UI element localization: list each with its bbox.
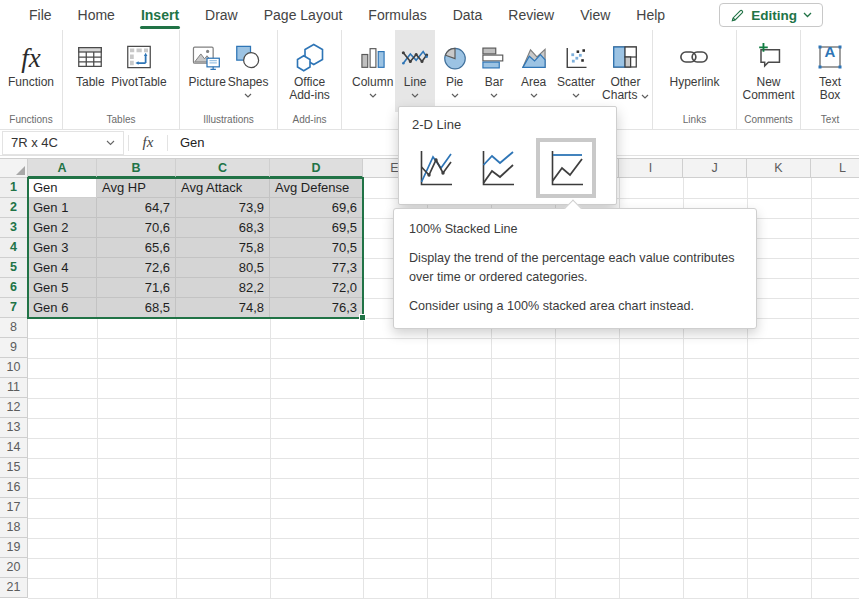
pivottable-icon	[124, 36, 154, 72]
cell-B7[interactable]: 68,5	[97, 298, 176, 318]
table-button[interactable]: Table	[75, 30, 105, 112]
cell-B1[interactable]: Avg HP	[97, 178, 176, 198]
cell-C6[interactable]: 82,2	[176, 278, 270, 298]
picture-button[interactable]: Picture	[188, 30, 225, 112]
shapes-button[interactable]: Shapes	[228, 30, 269, 112]
row-header-20[interactable]: 20	[0, 558, 28, 578]
cell-A4[interactable]: Gen 3	[28, 238, 97, 258]
select-all-corner[interactable]	[0, 158, 28, 178]
cell-D2[interactable]: 69,6	[270, 198, 363, 218]
bar-chart-button[interactable]: Bar	[474, 30, 513, 112]
fill-handle[interactable]	[359, 314, 366, 321]
tab-formulas[interactable]: Formulas	[355, 1, 439, 30]
row-header-10[interactable]: 10	[0, 358, 28, 378]
pie-chart-button[interactable]: Pie	[435, 30, 474, 112]
cell-B2[interactable]: 64,7	[97, 198, 176, 218]
row-header-17[interactable]: 17	[0, 498, 28, 518]
office-add-ins-button[interactable]: Office Add-ins	[284, 30, 336, 112]
cell-A5[interactable]: Gen 4	[28, 258, 97, 278]
row-header-3[interactable]: 3	[0, 218, 28, 238]
chart-option-100-stacked-line[interactable]	[536, 138, 596, 198]
tab-review[interactable]: Review	[495, 1, 567, 30]
row-header-5[interactable]: 5	[0, 258, 28, 278]
cell-D3[interactable]: 69,5	[270, 218, 363, 238]
cell-A3[interactable]: Gen 2	[28, 218, 97, 238]
cell-B4[interactable]: 65,6	[97, 238, 176, 258]
cell-C4[interactable]: 75,8	[176, 238, 270, 258]
cell-C2[interactable]: 73,9	[176, 198, 270, 218]
scatter-chart-icon	[562, 36, 590, 72]
row-header-1[interactable]: 1	[0, 178, 28, 198]
cell-D5[interactable]: 77,3	[270, 258, 363, 278]
row-header-18[interactable]: 18	[0, 518, 28, 538]
row-header-8[interactable]: 8	[0, 318, 28, 338]
cell-B3[interactable]: 70,6	[97, 218, 176, 238]
row-header-21[interactable]: 21	[0, 578, 28, 598]
pivottable-button[interactable]: PivotTable	[111, 30, 166, 112]
row-header-6[interactable]: 6	[0, 278, 28, 298]
col-header-D[interactable]: D	[270, 158, 363, 178]
column-chart-button[interactable]: Column	[350, 30, 395, 112]
function-button[interactable]: fx Function	[8, 30, 54, 112]
cell-A2[interactable]: Gen 1	[28, 198, 97, 218]
cell-A1[interactable]: Gen	[28, 178, 97, 198]
row-header-2[interactable]: 2	[0, 198, 28, 218]
editing-mode-button[interactable]: Editing	[719, 3, 823, 27]
col-header-B[interactable]: B	[97, 158, 176, 178]
line-chart-button[interactable]: Line	[395, 30, 434, 112]
tab-help[interactable]: Help	[623, 1, 678, 30]
tab-home[interactable]: Home	[65, 1, 128, 30]
chart-option-line[interactable]	[412, 144, 458, 192]
cell-D4[interactable]: 70,5	[270, 238, 363, 258]
group-label-illustrations: Illustrations	[180, 112, 277, 129]
area-chart-button[interactable]: Area	[514, 30, 553, 112]
cell-C3[interactable]: 68,3	[176, 218, 270, 238]
cell-D6[interactable]: 72,0	[270, 278, 363, 298]
other-charts-button[interactable]: Other Charts	[599, 30, 652, 112]
hyperlink-button[interactable]: Hyperlink	[669, 30, 719, 112]
row-header-9[interactable]: 9	[0, 338, 28, 358]
cell-D7[interactable]: 76,3	[270, 298, 363, 318]
new-comment-button[interactable]: New Comment	[738, 30, 800, 112]
gridline	[28, 498, 859, 499]
cell-C7[interactable]: 74,8	[176, 298, 270, 318]
row-header-14[interactable]: 14	[0, 438, 28, 458]
chart-option-stacked-line[interactable]	[474, 144, 520, 192]
cell-A6[interactable]: Gen 5	[28, 278, 97, 298]
text-box-button[interactable]: A Text Box	[813, 30, 847, 112]
col-header-K[interactable]: K	[747, 158, 811, 178]
name-box[interactable]: 7R x 4C	[2, 131, 124, 155]
row-header-12[interactable]: 12	[0, 398, 28, 418]
tab-page-layout[interactable]: Page Layout	[251, 1, 356, 30]
cell-D1[interactable]: Avg Defense	[270, 178, 363, 198]
row-header-13[interactable]: 13	[0, 418, 28, 438]
tab-draw[interactable]: Draw	[192, 1, 251, 30]
cell-B6[interactable]: 71,6	[97, 278, 176, 298]
tab-insert[interactable]: Insert	[128, 1, 192, 30]
col-header-C[interactable]: C	[176, 158, 270, 178]
row-header-4[interactable]: 4	[0, 238, 28, 258]
tab-view[interactable]: View	[567, 1, 623, 30]
row-header-7[interactable]: 7	[0, 298, 28, 318]
col-header-J[interactable]: J	[683, 158, 747, 178]
other-charts-icon	[610, 36, 640, 72]
col-header-A[interactable]: A	[28, 158, 97, 178]
tooltip-description: Display the trend of the percentage each…	[409, 249, 741, 286]
tab-data[interactable]: Data	[440, 1, 496, 30]
insert-function-fx-button[interactable]: fx	[133, 134, 163, 151]
gridline	[28, 478, 859, 479]
row-header-19[interactable]: 19	[0, 538, 28, 558]
row-header-16[interactable]: 16	[0, 478, 28, 498]
cell-A7[interactable]: Gen 6	[28, 298, 97, 318]
row-header-15[interactable]: 15	[0, 458, 28, 478]
cell-C1[interactable]: Avg Attack	[176, 178, 270, 198]
gridline	[28, 418, 859, 419]
row-header-11[interactable]: 11	[0, 378, 28, 398]
cell-C5[interactable]: 80,5	[176, 258, 270, 278]
col-header-I[interactable]: I	[619, 158, 683, 178]
col-header-L[interactable]: L	[811, 158, 859, 178]
gridline	[28, 518, 859, 519]
cell-B5[interactable]: 72,6	[97, 258, 176, 278]
scatter-chart-button[interactable]: Scatter	[553, 30, 598, 112]
tab-file[interactable]: File	[16, 1, 65, 30]
